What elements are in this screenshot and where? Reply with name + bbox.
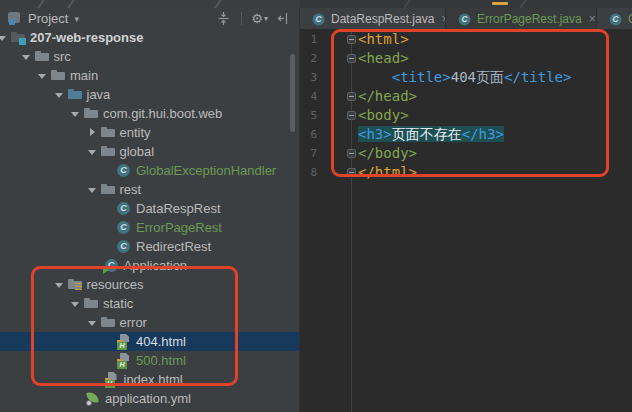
tree-item-label: DataRespRest xyxy=(136,199,221,218)
tree-item-label: main xyxy=(70,66,98,85)
folder-icon xyxy=(83,104,100,123)
code-line-2[interactable]: 2<head> xyxy=(300,49,632,68)
tab-label: ErrorPageRest.java xyxy=(477,12,582,26)
fold-marker-icon[interactable] xyxy=(347,92,356,101)
tree-item-entity[interactable]: entity xyxy=(0,123,299,142)
tree-item-label: application.yml xyxy=(105,389,191,408)
accent-dash-marker xyxy=(492,2,508,5)
folder-icon xyxy=(34,47,51,66)
folder-src-icon xyxy=(67,85,84,104)
cropped-toolbar-left xyxy=(0,0,300,8)
class-letter: C xyxy=(459,13,471,25)
chevron-right-icon[interactable] xyxy=(85,123,100,142)
tree-item-application[interactable]: CApplication xyxy=(0,256,299,275)
tree-item-globalexceptionhandler[interactable]: CGlobalExceptionHandler xyxy=(0,161,299,180)
tree-item-main[interactable]: main xyxy=(0,66,299,85)
tree-item-label: GlobalExceptionHandler xyxy=(136,161,276,180)
folder-icon xyxy=(100,123,117,142)
tree-item-207-web-response[interactable]: 207-web-response xyxy=(0,28,299,47)
code-line-5[interactable]: 5<body> xyxy=(300,106,632,125)
html-letter: H xyxy=(117,342,127,350)
class-letter: C xyxy=(117,202,130,215)
arrow-spacer xyxy=(101,237,116,256)
project-badge-decoration xyxy=(19,38,26,45)
code-token xyxy=(358,69,392,85)
editor-tab-g[interactable]: CG xyxy=(597,8,632,30)
tree-item-com-git-hui-boot-web[interactable]: com.git.hui.boot.web xyxy=(0,104,299,123)
code-line-1[interactable]: 1<html> xyxy=(300,30,632,49)
code-token: <body> xyxy=(358,107,409,123)
arrow-spacer xyxy=(101,161,116,180)
chevron-down-icon[interactable] xyxy=(52,275,67,294)
code-line-3[interactable]: 3 <title>404页面</title> xyxy=(300,68,632,87)
arrow-spacer xyxy=(89,256,104,275)
folder-icon xyxy=(100,180,117,199)
tree-item-label: 207-web-response xyxy=(30,28,143,47)
class-letter: C xyxy=(117,240,130,253)
tree-scrollbar-thumb[interactable] xyxy=(290,54,295,132)
code-text: </body> xyxy=(358,144,417,163)
fold-marker-icon[interactable] xyxy=(347,54,356,63)
line-number: 2 xyxy=(300,49,317,68)
folder-icon xyxy=(100,313,117,332)
chevron-down-icon[interactable] xyxy=(85,180,100,199)
class-icon: C xyxy=(458,10,474,27)
chevron-down-icon[interactable] xyxy=(52,85,67,104)
chevron-down-icon[interactable] xyxy=(85,313,100,332)
folder-icon xyxy=(50,66,67,85)
tree-item-global[interactable]: global xyxy=(0,142,299,161)
tree-item-application-yml[interactable]: application.yml xyxy=(0,389,299,408)
tree-item-label: static xyxy=(103,294,133,313)
chevron-down-icon[interactable] xyxy=(0,28,10,47)
class-icon: C xyxy=(116,237,133,256)
tree-item-static[interactable]: static xyxy=(0,294,299,313)
chevron-down-icon[interactable] xyxy=(85,142,100,161)
arrow-spacer xyxy=(101,218,116,237)
tree-item-label: resources xyxy=(87,275,144,294)
arrow-spacer xyxy=(89,370,104,389)
code-text: <h3>页面不存在</h3> xyxy=(358,125,504,144)
folder-icon xyxy=(83,294,100,313)
code-line-4[interactable]: 4</head> xyxy=(300,87,632,106)
tree-item-redirectrest[interactable]: CRedirectRest xyxy=(0,237,299,256)
tree-item-src[interactable]: src xyxy=(0,47,299,66)
code-line-7[interactable]: 7</body> xyxy=(300,144,632,163)
html-icon: H xyxy=(104,370,121,389)
class-icon: C xyxy=(116,199,133,218)
chevron-down-icon[interactable] xyxy=(68,104,83,123)
editor-tab-dataresprest-java[interactable]: CDataRespRest.java× xyxy=(300,8,446,30)
chevron-down-icon[interactable] xyxy=(68,294,83,313)
tree-item-500-html[interactable]: H500.html xyxy=(0,351,299,370)
tree-item-label: index.html xyxy=(124,370,183,389)
tree-item-errorpagerest[interactable]: CErrorPageRest xyxy=(0,218,299,237)
fold-marker-icon[interactable] xyxy=(347,35,356,44)
spring-icon xyxy=(85,389,102,408)
tab-label: G xyxy=(628,12,632,26)
code-line-8[interactable]: 8</html> xyxy=(300,163,632,182)
tree-item-index-html[interactable]: Hindex.html xyxy=(0,370,299,389)
class-letter: C xyxy=(610,13,622,25)
fold-marker-icon[interactable] xyxy=(347,111,356,120)
tree-item-rest[interactable]: rest xyxy=(0,180,299,199)
tab-close-icon[interactable]: × xyxy=(589,13,596,25)
tree-item-label: error xyxy=(120,313,147,332)
html-letter: H xyxy=(105,380,115,388)
tree-item-label: RedirectRest xyxy=(136,237,211,256)
code-area[interactable]: 1<html>2<head>3 <title>404页面</title>4</h… xyxy=(300,30,632,182)
tree-item-error[interactable]: error xyxy=(0,313,299,332)
editor-tab-errorpagerest-java[interactable]: CErrorPageRest.java× xyxy=(446,8,597,30)
chevron-down-icon[interactable] xyxy=(35,66,50,85)
code-text: </head> xyxy=(358,87,417,106)
class-run-icon: C xyxy=(104,256,121,275)
fold-marker-icon[interactable] xyxy=(347,149,356,158)
tree-item-java[interactable]: java xyxy=(0,85,299,104)
tree-item-resources[interactable]: resources xyxy=(0,275,299,294)
tree-item-dataresprest[interactable]: CDataRespRest xyxy=(0,199,299,218)
chevron-down-icon[interactable] xyxy=(19,47,34,66)
fold-marker-icon[interactable] xyxy=(347,168,356,177)
line-number: 6 xyxy=(300,125,317,144)
tree-item-404-html[interactable]: H404.html xyxy=(0,332,299,351)
code-line-6[interactable]: 6<h3>页面不存在</h3> xyxy=(300,125,632,144)
tree-item-label: ErrorPageRest xyxy=(136,218,222,237)
tree-item-label: src xyxy=(54,47,71,66)
